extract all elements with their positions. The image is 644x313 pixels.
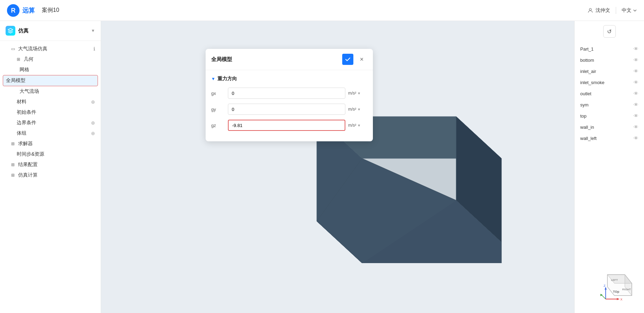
- sidebar-header: 仿真 ▼: [0, 21, 101, 41]
- refresh-button[interactable]: ↺: [603, 25, 616, 38]
- tree-label: 时间步&资源: [17, 151, 95, 157]
- gx-unit-label: m/s²: [348, 91, 356, 96]
- language-label: 中文: [622, 7, 631, 14]
- sidebar-item-sim-calc[interactable]: ⊞ 仿真计算: [0, 170, 101, 180]
- gz-label: gz: [211, 123, 225, 128]
- eye-icon[interactable]: 👁: [634, 57, 638, 63]
- language-selector[interactable]: 中文: [622, 7, 637, 14]
- part-item-wall-left: wall_left 👁: [577, 133, 641, 144]
- sidebar-item-boundary-cond[interactable]: 边界条件 ⊕: [0, 118, 101, 128]
- eye-icon[interactable]: 👁: [634, 91, 638, 96]
- tree-label: 几何: [24, 56, 95, 62]
- sidebar-item-mesh[interactable]: 网格: [0, 65, 101, 75]
- gz-input[interactable]: [228, 120, 345, 131]
- svg-text:R: R: [11, 7, 16, 14]
- tree-label: 初始条件: [17, 109, 95, 115]
- gy-input[interactable]: [228, 104, 345, 115]
- add-icon[interactable]: ⊕: [91, 131, 95, 136]
- gy-unit-label: m/s²: [348, 107, 356, 112]
- header: R 远算 案例10 沈仲文 中文: [0, 0, 644, 21]
- svg-text:LEFT: LEFT: [611, 278, 618, 282]
- chevron-down-icon: [633, 8, 637, 13]
- gz-row: gz m/s² ▼: [211, 120, 367, 131]
- part-item-outlet: outlet 👁: [577, 88, 641, 99]
- plus-icon: ⊞: [11, 162, 16, 167]
- sidebar-title: 仿真: [18, 28, 88, 34]
- tree-label: 大气流场: [20, 88, 95, 95]
- sidebar-item-initial-cond[interactable]: 初始条件: [0, 107, 101, 118]
- eye-icon[interactable]: 👁: [634, 68, 638, 74]
- sidebar-item-materials[interactable]: 材料 ⊕: [0, 97, 101, 107]
- part-item-top: top 👁: [577, 110, 641, 121]
- svg-text:Z: Z: [604, 284, 606, 288]
- svg-marker-19: [617, 298, 620, 300]
- gy-label: gy: [211, 107, 225, 112]
- tree-label: 结果配置: [18, 162, 95, 168]
- svg-line-21: [601, 295, 606, 299]
- tree-label: 材料: [17, 99, 89, 105]
- modal-close-button[interactable]: ×: [356, 54, 367, 65]
- plus-icon: ⊞: [17, 57, 22, 62]
- eye-icon[interactable]: 👁: [634, 80, 638, 85]
- eye-icon[interactable]: 👁: [634, 102, 638, 107]
- gravity-section-title: ▼ 重力方向: [211, 76, 367, 82]
- eye-icon[interactable]: 👁: [634, 124, 638, 130]
- part-name: bottom: [580, 58, 594, 63]
- eye-icon[interactable]: 👁: [634, 46, 638, 52]
- part-name: outlet: [580, 91, 591, 96]
- part-item-bottom: bottom 👁: [577, 54, 641, 66]
- tree-label: 全局模型: [6, 77, 95, 84]
- plus-icon: ⊞: [11, 141, 16, 146]
- part-item-inlet-air: inlet_air 👁: [577, 66, 641, 77]
- content-area: 全局模型 × ▼ 重力方向: [101, 21, 574, 313]
- eye-icon[interactable]: 👁: [634, 135, 638, 141]
- svg-text:RIGHT: RIGHT: [622, 288, 631, 291]
- username: 沈仲文: [596, 7, 610, 14]
- gravity-label: 重力方向: [217, 76, 237, 82]
- gz-unit-label: m/s²: [348, 123, 356, 128]
- gy-unit-dropdown[interactable]: ▼: [357, 107, 361, 111]
- sidebar-tree: ▭ 大气流场仿真 ℹ ⊞ 几何 网格 全局模型 大气流场: [0, 41, 101, 183]
- sidebar-item-solver[interactable]: ⊞ 求解器: [0, 139, 101, 149]
- header-right: 沈仲文 中文: [587, 7, 637, 14]
- tree-label: 体组: [17, 130, 89, 136]
- add-icon[interactable]: ⊕: [91, 120, 95, 126]
- sidebar-item-geometry[interactable]: ⊞ 几何: [0, 54, 101, 65]
- sidebar-item-result-config[interactable]: ⊞ 结果配置: [0, 159, 101, 170]
- user-icon: [587, 7, 593, 14]
- cube-icon: [8, 28, 13, 33]
- modal-body: ▼ 重力方向 gx m/s² ▼ gy: [206, 70, 373, 141]
- tree-label: 求解器: [18, 141, 95, 147]
- gy-row: gy m/s² ▼: [211, 104, 367, 115]
- global-model-modal: 全局模型 × ▼ 重力方向: [206, 49, 373, 141]
- eye-icon[interactable]: 👁: [634, 113, 638, 119]
- svg-point-2: [589, 8, 591, 10]
- sidebar-icon: [6, 26, 15, 36]
- part-item-sym: sym 👁: [577, 99, 641, 110]
- add-icon[interactable]: ⊕: [91, 99, 95, 105]
- right-panel: ↺ Part_1 👁 bottom 👁 inlet_air 👁 inlet_sm…: [574, 21, 644, 313]
- user-info: 沈仲文: [587, 7, 610, 14]
- part-name: wall_in: [580, 125, 594, 130]
- check-icon: [345, 57, 351, 62]
- sidebar-item-time-resource[interactable]: 时间步&资源: [0, 149, 101, 159]
- gz-unit-dropdown[interactable]: ▼: [357, 124, 361, 127]
- sidebar-item-atm-flow[interactable]: 大气流场: [0, 86, 101, 97]
- part-list: Part_1 👁 bottom 👁 inlet_air 👁 inlet_smok…: [575, 43, 644, 144]
- sidebar-item-atm-sim[interactable]: ▭ 大气流场仿真 ℹ: [0, 44, 101, 54]
- part-name: Part_1: [580, 46, 593, 52]
- modal-header: 全局模型 ×: [206, 49, 373, 70]
- svg-text:X: X: [620, 298, 622, 301]
- modal-confirm-button[interactable]: [342, 54, 353, 65]
- tree-label: 大气流场仿真: [18, 46, 91, 52]
- orientation-cube: LEFT RIGHT TOp Z X: [599, 264, 641, 306]
- sidebar-item-global-model[interactable]: 全局模型: [3, 75, 98, 86]
- gx-input[interactable]: [228, 88, 345, 99]
- tree-label: 边界条件: [17, 120, 89, 126]
- part-name: sym: [580, 102, 589, 107]
- sidebar-collapse-btn[interactable]: ▼: [91, 28, 95, 33]
- gx-row: gx m/s² ▼: [211, 88, 367, 99]
- gx-unit-dropdown[interactable]: ▼: [357, 91, 361, 95]
- header-divider: [616, 7, 616, 14]
- sidebar-item-body-group[interactable]: 体组 ⊕: [0, 128, 101, 139]
